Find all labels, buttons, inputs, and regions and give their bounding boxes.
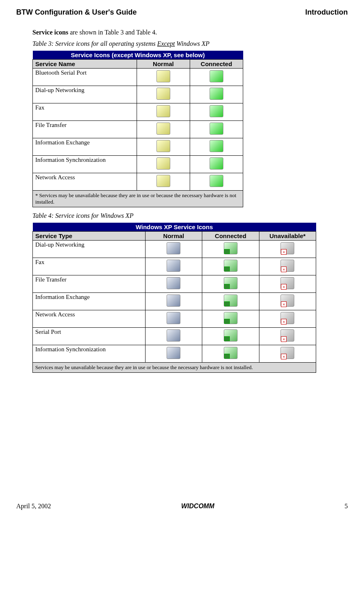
intro-paragraph: Service icons are shown in Table 3 and T… [32,29,332,36]
icon-cell [202,275,259,293]
table3-col0: Service Name [33,60,137,69]
fax-icon [210,105,223,117]
table-row: Fax [33,258,316,275]
icon-cell [259,241,316,258]
footer-date: April 5, 2002 [16,503,51,510]
service-name: Information Exchange [33,293,146,310]
table3-caption-underline: Except [157,40,175,47]
icon-cell [202,310,259,328]
icon-cell [259,258,316,275]
icon-cell [259,310,316,328]
dialup-icon [156,88,170,100]
content: Service icons are shown in Table 3 and T… [32,29,332,373]
table-row: File Transfer [33,121,243,138]
folder-icon [280,277,294,289]
icon-cell [202,293,259,310]
icon-cell [202,328,259,345]
intro-bold: Service icons [32,29,68,36]
table3-col1: Normal [137,60,190,69]
icon-cell [259,293,316,310]
icon-cell [259,328,316,345]
table3-title: Service Icons (except Windows XP, see be… [33,51,243,60]
sync-icon [224,347,238,359]
footer-brand: WIDCOMM [181,503,214,510]
table3: Service Icons (except Windows XP, see be… [32,51,243,207]
info-exchange-icon [210,140,223,152]
network-icon [224,312,238,324]
network-icon [210,175,223,187]
icon-cell [137,103,190,121]
serial-port-icon [224,329,238,342]
folder-icon [156,123,170,135]
sync-icon [280,347,294,359]
table-row: Information Synchronization [33,345,316,363]
icon-cell [137,138,190,156]
icon-cell [137,69,190,86]
info-exchange-icon [156,140,170,152]
dialup-icon [167,242,180,254]
serial-port-icon [210,70,223,82]
dialup-icon [224,242,238,254]
table-row: Network Access [33,310,316,328]
fax-icon [280,260,294,272]
table4-caption: Table 4: Service icons for Windows XP [32,212,332,219]
icon-cell [145,345,202,363]
table-row: Network Access [33,173,243,191]
icon-cell [145,258,202,275]
dialup-icon [210,88,223,100]
icon-cell [259,345,316,363]
table3-caption: Table 3: Service icons for all operating… [32,40,332,47]
icon-cell [145,328,202,345]
icon-cell [145,275,202,293]
icon-cell [202,345,259,363]
folder-icon [210,123,223,135]
icon-cell [137,121,190,138]
table3-caption-prefix: Table 3: Service icons for all operating… [32,40,157,47]
icon-cell [259,275,316,293]
icon-cell [190,103,243,121]
table4-col2: Connected [202,232,259,241]
service-name: Dial-up Networking [33,86,137,103]
service-name: Bluetooth Serial Port [33,69,137,86]
sync-icon [167,347,180,359]
folder-icon [224,277,238,289]
fax-icon [167,260,180,272]
info-exchange-icon [167,294,180,307]
sync-icon [156,157,170,170]
table-row: File Transfer [33,275,316,293]
icon-cell [190,86,243,103]
icon-cell [137,156,190,173]
service-name: Network Access [33,310,146,328]
icon-cell [190,138,243,156]
serial-port-icon [167,329,180,342]
icon-cell [190,69,243,86]
table-row: Dial-up Networking [33,86,243,103]
table4-footnote: Services may be unavailable because they… [33,363,316,373]
icon-cell [202,241,259,258]
service-name: File Transfer [33,275,146,293]
table4-col1: Normal [145,232,202,241]
intro-rest: are shown in Table 3 and Table 4. [68,29,157,36]
service-name: Dial-up Networking [33,241,146,258]
table4-col3: Unavailable* [259,232,316,241]
fax-icon [224,260,238,272]
service-name: Serial Port [33,328,146,345]
fax-icon [156,105,170,117]
service-name: Fax [33,103,137,121]
table4-title: Windows XP Service Icons [33,223,316,232]
table-row: Information Synchronization [33,156,243,173]
page-footer: April 5, 2002 WIDCOMM 5 [16,503,348,510]
icon-cell [202,258,259,275]
table3-footnote: * Services may be unavailable because th… [33,191,243,207]
service-name: Information Synchronization [33,156,137,173]
icon-cell [190,173,243,191]
table3-caption-suffix: Windows XP [175,40,209,47]
icon-cell [145,241,202,258]
icon-cell [145,293,202,310]
table3-col2: Connected [190,60,243,69]
service-name: Information Synchronization [33,345,146,363]
serial-port-icon [280,329,294,342]
page-header: BTW Configuration & User's Guide Introdu… [16,8,348,17]
header-right: Introduction [305,8,348,17]
table-row: Dial-up Networking [33,241,316,258]
